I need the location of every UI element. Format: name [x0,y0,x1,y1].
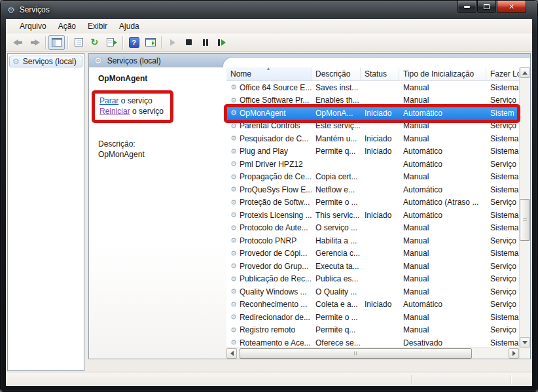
menu-arquivo[interactable]: Arquivo [14,20,52,32]
scroll-down-button[interactable] [520,337,530,347]
menu-ajuda[interactable]: Ajuda [113,20,145,32]
description-value: OpMonAgent [98,149,226,160]
cell-description: O serviço ... [312,222,361,235]
table-row-protecao-de-softw[interactable]: ⚙Proteção de Softw...Permite o ...Automá… [226,196,519,209]
toolbar-separator [45,36,46,49]
forward-button[interactable] [26,35,43,50]
horizontal-scrollbar[interactable] [226,347,519,359]
forward-icon [29,39,40,46]
column-header-tipo-de-inicializacao[interactable]: Tipo de Inicialização [399,67,486,80]
horizontal-scroll-thumb[interactable] [240,348,472,359]
table-row-parental-controls[interactable]: ⚙Parental ControlsEste serviç...ManualSe… [226,120,519,133]
table-row-quality-windows[interactable]: ⚙Quality Windows ...O Quality ...ManualS… [226,285,519,298]
horizontal-scroll-track[interactable] [237,348,509,359]
service-description: Descrição: OpMonAgent [98,139,226,160]
column-header-nome[interactable]: Nome▲ [226,67,312,80]
table-row-redirecionador-de[interactable]: ⚙Redirecionador de...Permite o ...Manual… [226,311,519,324]
vertical-scroll-thumb[interactable] [520,199,530,241]
cell-description: Copia cert... [312,171,361,184]
cell-description [312,158,361,171]
table-row-roteamento-e-ace[interactable]: ⚙Roteamento e Ace...Oferece se...Desativ… [226,336,519,347]
table-row-proquesys-flow-e[interactable]: ⚙ProQueSys Flow E...Netflow e...Automáti… [226,183,519,196]
cell-logon: Serviço [486,158,519,171]
client-area: ArquivoAçãoExibirAjuda ⚙ Serviços (local… [6,19,532,386]
cell-description: Netflow e... [312,183,361,196]
cell-description: Publica es... [312,273,361,286]
cell-logon: Serviço [486,285,519,298]
minimize-button[interactable] [457,1,476,13]
cell-logon: Serviço [486,120,519,133]
cell-name: ⚙Provedor do Grup... [226,260,312,273]
cell-logon: Sistema [486,222,519,235]
stop-service-link[interactable]: Parar [99,96,118,105]
table-row-opmonagent[interactable]: ⚙OpMonAgentOpMonA...IniciadoAutomáticoSi… [226,107,519,120]
table-row-office-software-pr[interactable]: ⚙Office Software Pr...Enables th...Manua… [226,94,519,107]
column-header-status[interactable]: Status [361,67,399,80]
cell-startup: Manual [399,273,486,286]
service-gear-icon: ⚙ [230,160,237,168]
list-rows: ⚙Office 64 Source E...Saves inst...Manua… [226,81,519,347]
cell-logon: Sistem [486,107,519,120]
scroll-right-button[interactable] [509,348,519,359]
tree-item-services-local[interactable]: ⚙ Serviços (local) [9,56,82,67]
back-button[interactable] [10,35,26,50]
restart-service-icon [218,39,220,46]
cell-startup: Manual [399,311,486,324]
view-header-label: Serviços (local) [107,56,161,65]
close-button[interactable]: ✕ [497,1,526,13]
table-row-pml-driver-hpz12[interactable]: ⚙Pml Driver HPZ12AutomáticoServiço [226,158,519,171]
table-row-office-64-source-e[interactable]: ⚙Office 64 Source E...Saves inst...Manua… [226,81,519,94]
table-row-protocolo-de-aute[interactable]: ⚙Protocolo de Aute...O serviço ...Manual… [226,222,519,235]
refresh-button[interactable] [87,35,103,50]
start-service-button[interactable] [164,35,181,50]
table-row-reconhecimento[interactable]: ⚙Reconhecimento ...Coleta e a...Iniciado… [226,298,519,312]
properties-button[interactable] [71,35,87,50]
vertical-scrollbar[interactable] [519,67,530,359]
scroll-up-button[interactable] [520,67,530,78]
show-action-pane-icon [145,38,156,46]
cell-startup: Automático [399,145,486,158]
help-button[interactable] [126,35,142,50]
cell-name: ⚙Office Software Pr... [226,94,312,107]
restart-service-link[interactable]: Reiniciar [99,107,130,116]
table-row-provedor-do-grup[interactable]: ⚙Provedor do Grup...Executa ta...ManualS… [226,260,519,273]
cell-description: Oferece se... [312,336,361,347]
console-tree-panel: ⚙ Serviços (local) [7,53,84,371]
menu-acao[interactable]: Ação [52,20,82,32]
table-row-pesquisador-de-c[interactable]: ⚙Pesquisador de C...Mantém u...IniciadoM… [226,132,519,145]
cell-startup: Manual [399,234,486,247]
menu-exibir[interactable]: Exibir [82,20,113,32]
restart-service-button[interactable] [213,35,230,50]
column-header-fazer-lo[interactable]: Fazer Lo [486,67,519,80]
cell-name: ⚙Quality Windows ... [226,285,312,298]
cell-logon: Serviço [486,234,519,247]
stop-service-button[interactable] [181,35,197,50]
table-row-protocolo-pnrp[interactable]: ⚙Protocolo PNRPHabilita a ...ManualServi… [226,234,519,247]
cell-startup: Automático [399,209,486,222]
table-row-protexis-licensing[interactable]: ⚙Protexis Licensing ...This servic...Ini… [226,209,519,222]
export-list-button[interactable] [103,35,120,50]
service-gear-icon: ⚙ [230,211,237,219]
cell-logon: Sistema [486,183,519,196]
show-console-tree-button[interactable] [48,35,65,50]
cell-status [361,285,399,298]
pause-service-button[interactable] [197,35,213,50]
cell-name: ⚙Propagação de Ce... [226,171,312,184]
table-row-plug-and-play[interactable]: ⚙Plug and PlayPermite q...IniciadoAutomá… [226,145,519,158]
cell-logon: Sistema [486,132,519,145]
scroll-left-button[interactable] [226,348,237,359]
show-action-pane-button[interactable] [142,35,158,50]
vertical-scroll-track[interactable] [520,78,530,337]
table-row-propagacao-de-ce[interactable]: ⚙Propagação de Ce...Copia cert...ManualS… [226,171,519,184]
maximize-button[interactable] [477,1,496,13]
extended-info-pane: OpMonAgent Parar o serviço Reiniciar o s… [89,67,226,359]
cell-name: ⚙Roteamento e Ace... [226,336,312,347]
cell-status [361,260,399,273]
table-row-registro-remoto[interactable]: ⚙Registro remotoPermite q...ManualServiç… [226,324,519,337]
table-row-publicacao-de-rec[interactable]: ⚙Publicação de Rec...Publica es...Manual… [226,273,519,286]
services-node-icon: ⚙ [12,57,20,66]
titlebar[interactable]: ⚙ Serviços ✕ [1,1,537,19]
column-header-descricao[interactable]: Descrição [312,67,361,80]
restart-service-line: Reiniciar o serviço [99,106,164,116]
table-row-provedor-de-copi[interactable]: ⚙Provedor de Cópi...Gerencia c...ManualS… [226,247,519,260]
